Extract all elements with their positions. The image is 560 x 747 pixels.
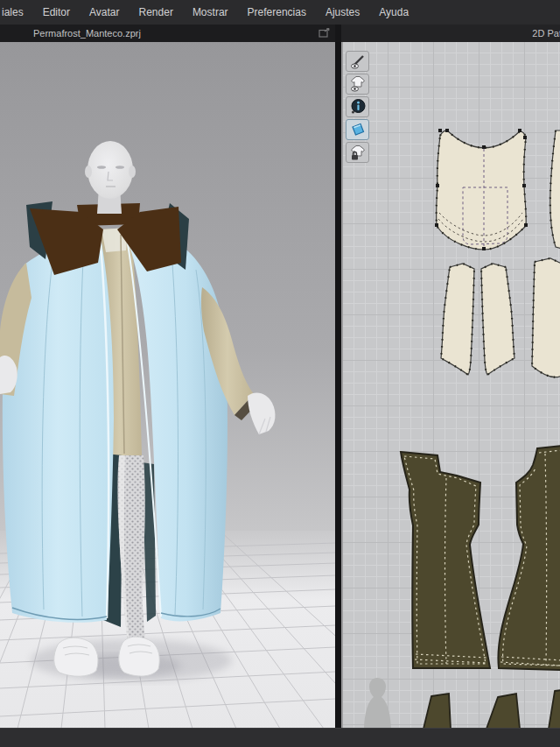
piece-small-2[interactable] [486,694,520,728]
ear-left [85,166,92,178]
piece-back-panel-c[interactable] [532,258,560,377]
panel-splitter[interactable] [335,42,341,728]
piece-back-panel-b[interactable] [481,264,514,375]
piece-small-1[interactable] [424,694,451,728]
menu-item-avatar[interactable]: Avatar [80,6,129,18]
piece-vest-front[interactable] [437,130,527,250]
fabric-swatch-icon [349,121,367,138]
pattern-svg [343,42,560,728]
shirt-eye-icon [349,75,367,93]
piece-coat-front-left[interactable] [401,452,490,668]
shoe-left [54,638,98,676]
menu-item-mostrar[interactable]: Mostrar [183,6,238,18]
bottom-bar [0,728,560,747]
shoe-right [119,637,160,676]
panel-2d[interactable] [341,42,560,728]
seamline-pen-eye-icon [349,53,367,70]
piece-back-panel-a[interactable] [441,264,474,375]
panel-2d-title: 2D Pat [532,28,560,39]
avatar-silhouette-2d[interactable] [364,678,391,728]
show-fabric-texture-button[interactable] [346,119,369,140]
eye-right [116,166,124,169]
eye-left [97,166,106,169]
project-tab-title: Permafrost_Manteco.zprj [0,28,141,39]
show-garment-button[interactable] [346,74,369,95]
menu-item-preferencias[interactable]: Preferencias [238,6,316,18]
menu-item-materiales[interactable]: iales [0,6,33,18]
menu-item-render[interactable]: Render [130,6,183,18]
shirt-lock-icon [349,144,367,161]
menubar: iales Editor Avatar Render Mostrar Prefe… [0,0,560,25]
main-area [0,42,560,728]
piece-vest-sliver[interactable] [550,130,560,249]
piece-small-3[interactable] [549,690,560,728]
menu-item-ayuda[interactable]: Ayuda [369,6,418,18]
pattern-information-button[interactable] [346,96,369,117]
menu-item-editor[interactable]: Editor [33,6,80,18]
panel-2d-header: 2D Pat [341,25,560,42]
header-divider [335,25,341,42]
scene-3d [0,42,335,728]
toolbar-2d [346,51,369,163]
viewport-3d[interactable] [0,42,335,728]
lock-pattern-button[interactable] [346,142,369,163]
tab-row: Permafrost_Manteco.zprj 2D Pat [0,25,560,42]
info-icon [349,98,367,116]
piece-coat-front-right[interactable] [498,446,560,670]
show-seamline-button[interactable] [346,51,369,72]
menu-item-ajustes[interactable]: Ajustes [316,6,369,18]
project-tab[interactable]: Permafrost_Manteco.zprj [0,25,335,42]
head [88,141,133,199]
ear-right [129,166,136,178]
undock-window-icon[interactable] [318,28,330,38]
